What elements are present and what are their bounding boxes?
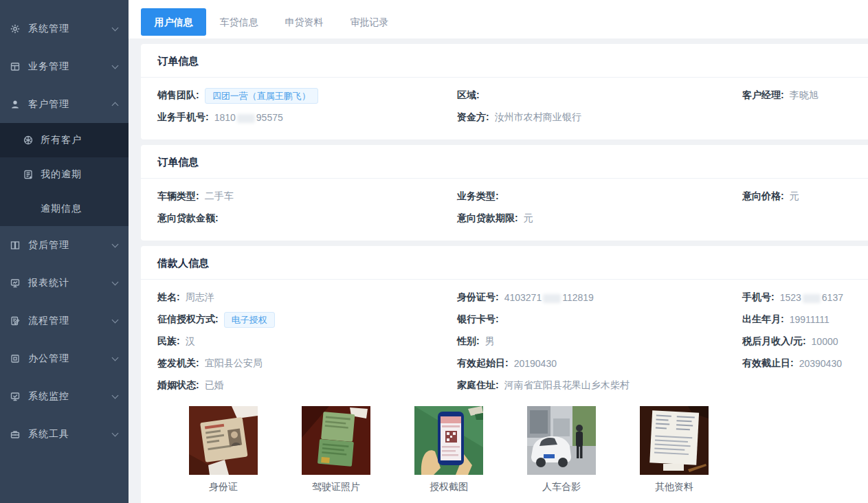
field-label: 性别: [457, 335, 480, 348]
chevron-down-icon [112, 278, 119, 285]
sidebar: 系统管理 业务管理 客户管理 [0, 0, 129, 503]
credit-auth-tag: 电子授权 [224, 312, 275, 328]
field-label: 银行卡号: [457, 313, 499, 326]
photo-qr-authorization[interactable] [414, 406, 483, 475]
chevron-down-icon [112, 241, 119, 247]
chevron-down-icon [112, 392, 119, 399]
sidebar-item-label: 系统管理 [28, 23, 113, 35]
office-icon [10, 353, 21, 364]
sidebar-item-system-monitor[interactable]: 系统监控 [0, 377, 129, 415]
sidebar-item-label: 系统工具 [28, 428, 113, 440]
sidebar-item-label: 系统监控 [28, 390, 113, 403]
sidebar-item-label: 我的逾期 [41, 168, 82, 181]
sidebar-item-system-tools[interactable]: 系统工具 [0, 415, 129, 453]
field-label: 区域: [457, 89, 480, 102]
photo-id-card[interactable] [189, 406, 258, 475]
sidebar-item-label: 办公管理 [28, 353, 113, 365]
field-value: 元 [524, 212, 533, 225]
photo-handwritten-document[interactable] [640, 406, 709, 475]
field-label: 车辆类型: [157, 190, 199, 203]
photo-caption: 驾驶证照片 [302, 481, 370, 493]
redacted-blur [803, 294, 821, 303]
photo-caption: 其他资料 [640, 481, 709, 493]
field-label: 出生年月: [742, 313, 784, 326]
field-label: 民族: [157, 335, 180, 348]
field-label: 业务类型: [457, 190, 499, 203]
document-photos-row: 身份证 [157, 396, 868, 493]
tab-user-info[interactable]: 用户信息 [141, 8, 206, 36]
field-label: 销售团队: [157, 89, 199, 102]
field-label: 意向贷款期限: [457, 212, 518, 225]
tab-bar: 用户信息 车贷信息 申贷资料 审批记录 [129, 0, 868, 38]
sidebar-item-report-statistics[interactable]: 报表统计 [0, 264, 129, 302]
photo-caption: 授权截图 [414, 481, 483, 493]
photo-person-car[interactable] [527, 406, 596, 475]
tab-approval-records[interactable]: 审批记录 [337, 8, 402, 36]
chevron-down-icon [112, 354, 119, 361]
sidebar-item-all-customers[interactable]: 所有客户 [0, 123, 129, 157]
field-label: 身份证号: [457, 291, 499, 304]
book-icon [10, 240, 21, 251]
chevron-down-icon [112, 316, 119, 323]
field-value: 10000 [812, 336, 838, 347]
photo-item: 其他资料 [640, 406, 709, 493]
field-value: 4103271112819 [504, 292, 594, 303]
field-value: 李晓旭 [790, 89, 819, 102]
sidebar-item-label: 业务管理 [28, 60, 113, 73]
field-value: 周志洋 [186, 291, 214, 304]
field-label: 婚姻状态: [157, 379, 199, 392]
app-window: 系统管理 业务管理 客户管理 [0, 0, 868, 503]
sidebar-item-system-management[interactable]: 系统管理 [0, 10, 129, 47]
photo-item: 人车合影 [527, 406, 596, 493]
field-label: 家庭住址: [457, 379, 499, 392]
field-label: 有效起始日: [457, 357, 509, 370]
chevron-up-icon [112, 102, 119, 109]
grid-icon [10, 61, 21, 72]
sidebar-item-label: 流程管理 [28, 315, 113, 327]
field-label: 有效截止日: [742, 357, 794, 370]
sidebar-item-postloan-management[interactable]: 贷后管理 [0, 226, 129, 264]
field-label: 征信授权方式: [157, 313, 219, 326]
card-title: 订单信息 [141, 44, 868, 78]
notebook-icon [23, 169, 34, 180]
user-icon [10, 99, 21, 110]
toolbox-icon [10, 429, 21, 440]
sales-team-tag[interactable]: 四团一营（直属王鹏飞） [205, 88, 318, 104]
field-label: 意向贷款金额: [157, 212, 219, 225]
field-value: 汝州市农村商业银行 [495, 111, 581, 124]
monitor-check-icon [10, 391, 21, 402]
field-value: 已婚 [205, 379, 224, 392]
sidebar-item-label: 所有客户 [41, 134, 82, 146]
field-label: 姓名: [157, 291, 180, 304]
photo-item: 授权截图 [414, 406, 483, 493]
field-value: 元 [790, 190, 799, 203]
field-label: 意向价格: [742, 190, 784, 203]
sidebar-item-office-management[interactable]: 办公管理 [0, 339, 129, 377]
sidebar-item-label: 报表统计 [28, 277, 113, 289]
card-title: 订单信息 [141, 145, 868, 179]
field-value: 15236137 [780, 292, 843, 303]
field-label: 资金方: [457, 111, 489, 124]
field-value: 男 [485, 335, 495, 348]
sidebar-item-business-management[interactable]: 业务管理 [0, 47, 129, 85]
customer-submenu: 所有客户 我的逾期 逾期信息 [0, 123, 129, 226]
field-value: 二手车 [205, 190, 234, 203]
photo-caption: 身份证 [189, 481, 258, 493]
main-content: 用户信息 车贷信息 申贷资料 审批记录 订单信息 销售团队: 四团一营（直属王鹏… [129, 0, 868, 503]
order-info-card: 订单信息 销售团队: 四团一营（直属王鹏飞） 区域: 客户经理: 李晓旭 [141, 44, 868, 139]
tab-loan-application-docs[interactable]: 申贷资料 [271, 8, 337, 36]
field-label: 客户经理: [742, 89, 784, 102]
photo-caption: 人车合影 [527, 481, 596, 493]
tab-car-loan-info[interactable]: 车贷信息 [206, 8, 271, 36]
sidebar-item-customer-management[interactable]: 客户管理 [0, 85, 129, 123]
field-value: 河南省宜阳县花果山乡木柴村 [504, 379, 630, 392]
photo-item: 驾驶证照片 [302, 406, 370, 493]
photo-vehicle-license[interactable] [302, 406, 370, 475]
loan-intent-card: 订单信息 车辆类型: 二手车 业务类型: 意向价格: 元 [141, 145, 868, 241]
sidebar-item-process-management[interactable]: 流程管理 [0, 302, 129, 339]
sidebar-item-my-overdue[interactable]: 我的逾期 [0, 157, 129, 192]
field-value: 181095575 [214, 112, 283, 123]
field-value: 宜阳县公安局 [205, 357, 263, 370]
field-label: 手机号: [742, 291, 775, 304]
sidebar-item-overdue-info[interactable]: 逾期信息 [0, 192, 129, 226]
